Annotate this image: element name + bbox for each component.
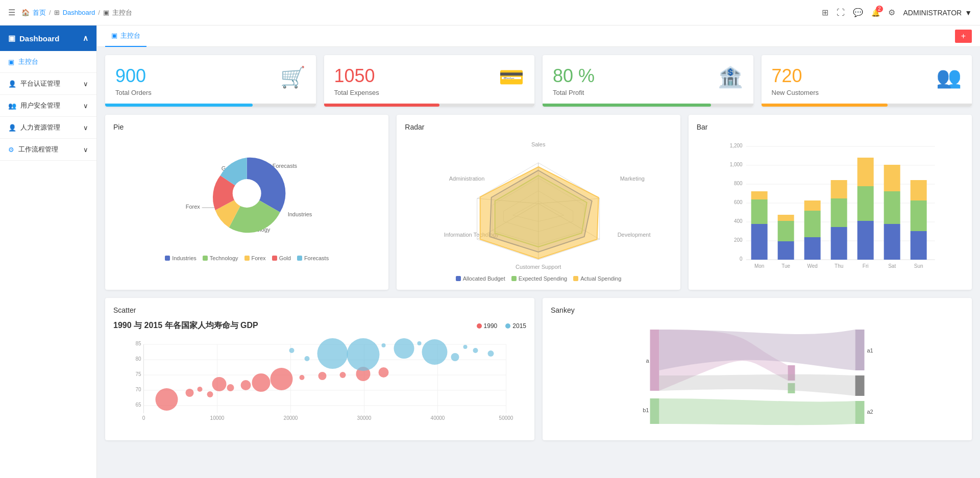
sankey-flow-4: [659, 374, 855, 396]
svg-text:Tue: Tue: [781, 263, 790, 269]
bar-sun-s2: [910, 200, 926, 231]
bar-chart-title: Bar: [697, 123, 964, 131]
add-tab-button[interactable]: +: [955, 30, 972, 43]
kpi-card-total-expenses: 1050 Total Expenses 💳: [324, 55, 535, 107]
sidebar-section-platform: 👤 平台认证管理 ∨: [0, 73, 96, 95]
sidebar-item-workflow[interactable]: ⚙ 工作流程管理 ∨: [0, 139, 96, 160]
kpi-number-orders: 900: [115, 65, 306, 87]
scatter-subtitle: 1990 与 2015 年各国家人均寿命与 GDP: [113, 320, 258, 331]
username: ADMINISTRATOR: [903, 9, 962, 17]
svg-point-84: [212, 377, 227, 391]
tab-label: 主控台: [120, 31, 140, 40]
chat-icon[interactable]: 💬: [853, 8, 863, 17]
bar-sat-s1: [884, 224, 900, 260]
top-nav-right: ⊞ ⛶ 💬 🔔 2 ⚙ ADMINISTRATOR ▼: [822, 8, 972, 17]
svg-text:Forecasts: Forecasts: [273, 163, 298, 169]
svg-point-76: [241, 380, 251, 390]
breadcrumb-home[interactable]: 首页: [33, 8, 46, 17]
sankey-node-left-1: [650, 330, 659, 391]
main-content: ▣ 主控台 + 900 Total Orders 🛒 1050 T: [97, 26, 980, 478]
notification-bell[interactable]: 🔔 2: [871, 9, 880, 17]
sidebar-item-user-security[interactable]: 👥 用户安全管理 ∨: [0, 95, 96, 116]
svg-text:a1: a1: [867, 347, 873, 354]
sankey-flow-3: [659, 398, 855, 425]
pie-legend-technology: Technology: [203, 255, 238, 261]
svg-point-75: [227, 384, 234, 391]
bar-thu-s3: [830, 180, 847, 198]
kpi-card-total-orders: 900 Total Orders 🛒: [105, 55, 316, 107]
sidebar-item-platform-auth[interactable]: 👤 平台认证管理 ∨: [0, 73, 96, 94]
hr-label: 人力资源管理: [20, 123, 60, 132]
svg-point-94: [382, 343, 386, 347]
svg-text:20000: 20000: [284, 415, 298, 421]
svg-text:1,200: 1,200: [729, 143, 742, 148]
sankey-node-right-mid: [855, 375, 865, 396]
bar-thu-s1: [830, 227, 847, 260]
kpi-label-customers: New Customers: [772, 89, 962, 96]
tab-main-console[interactable]: ▣ 主控台: [105, 26, 146, 47]
sankey-chart-title: Sankey: [551, 306, 964, 314]
svg-text:Thu: Thu: [835, 263, 843, 269]
scatter-legend: 1990 2015: [477, 322, 526, 330]
home-icon: 🏠: [21, 9, 30, 16]
workflow-chevron: ∨: [83, 146, 88, 154]
svg-text:Fri: Fri: [862, 263, 868, 269]
svg-text:Mon: Mon: [754, 263, 764, 269]
sankey-node-left-2: [650, 398, 659, 424]
kpi-number-profit: 80 %: [553, 65, 743, 87]
bar-fri-s3: [857, 158, 873, 186]
svg-text:1,000: 1,000: [729, 162, 742, 167]
sankey-node-right-a2: [855, 401, 865, 424]
bar-sun-s3: [910, 180, 926, 200]
sidebar-item-main-console[interactable]: ▣ 主控台: [0, 51, 96, 72]
svg-point-89: [422, 339, 448, 365]
scatter-chart-title: Scatter: [113, 306, 526, 314]
pie-chart-card: Pie Forecasts Gold Forex Industries Tech…: [105, 115, 388, 290]
svg-point-80: [318, 372, 327, 380]
svg-text:65: 65: [135, 402, 141, 408]
svg-text:Sun: Sun: [914, 263, 923, 269]
radar-legend-actual: Actual Spending: [573, 275, 621, 282]
pie-chart-title: Pie: [113, 123, 380, 131]
svg-point-85: [289, 348, 295, 353]
svg-text:50000: 50000: [499, 415, 513, 421]
svg-text:30000: 30000: [357, 415, 372, 421]
svg-point-8: [233, 179, 261, 208]
settings-icon[interactable]: ⚙: [888, 8, 895, 17]
workflow-icon: ⚙: [8, 146, 14, 154]
expand-icon[interactable]: ⛶: [837, 8, 845, 17]
bar-chart-svg: 1,200 1,000 800 600 400 200 0: [697, 137, 964, 280]
bar-fri-s1: [857, 221, 873, 260]
charts-row: Pie Forecasts Gold Forex Industries Tech…: [105, 115, 972, 290]
hr-chevron: ∨: [83, 124, 88, 132]
bar-wed-s1: [804, 237, 820, 260]
notification-count: 2: [876, 6, 883, 12]
pie-legend-industries: Industries: [165, 255, 197, 261]
kpi-number-expenses: 1050: [334, 65, 525, 87]
breadcrumb: 🏠 首页 / ⊞ Dashboard / ▣ 主控台: [21, 8, 132, 17]
tab-bar: ▣ 主控台 +: [97, 26, 980, 47]
pie-legend-gold: Gold: [272, 255, 291, 261]
dashboard: 900 Total Orders 🛒 1050 Total Expenses 💳: [97, 47, 980, 448]
svg-point-74: [207, 391, 213, 397]
main-console-label: 主控台: [18, 57, 38, 66]
svg-text:70: 70: [135, 387, 141, 392]
sidebar-item-hr[interactable]: 👤 人力资源管理 ∨: [0, 117, 96, 138]
radar-chart-svg: Sales Marketing Development Customer Sup…: [405, 137, 672, 270]
scatter-legend-1990: 1990: [477, 322, 498, 330]
svg-text:600: 600: [734, 199, 743, 205]
breadcrumb-dashboard[interactable]: Dashboard: [63, 9, 95, 16]
svg-point-79: [300, 375, 305, 380]
main-layout: ▣ Dashboard ∧ ▣ 主控台 👤 平台认证管理 ∨: [0, 26, 980, 478]
menu-icon[interactable]: ☰: [8, 8, 15, 17]
grid-icon[interactable]: ⊞: [822, 8, 828, 17]
sidebar-logo: ▣ Dashboard ∧: [0, 26, 96, 51]
svg-text:Development: Development: [618, 232, 651, 238]
svg-text:85: 85: [135, 341, 141, 346]
kpi-card-total-profit: 80 % Total Profit 🏦: [543, 55, 753, 107]
bar-mon-s1: [751, 224, 767, 260]
scatter-svg: 85 80 75 70 65: [113, 339, 526, 421]
svg-text:Sat: Sat: [888, 263, 896, 269]
radar-legend: Allocated Budget Expected Spending Actua…: [405, 275, 672, 282]
user-area[interactable]: ADMINISTRATOR ▼: [903, 9, 972, 17]
